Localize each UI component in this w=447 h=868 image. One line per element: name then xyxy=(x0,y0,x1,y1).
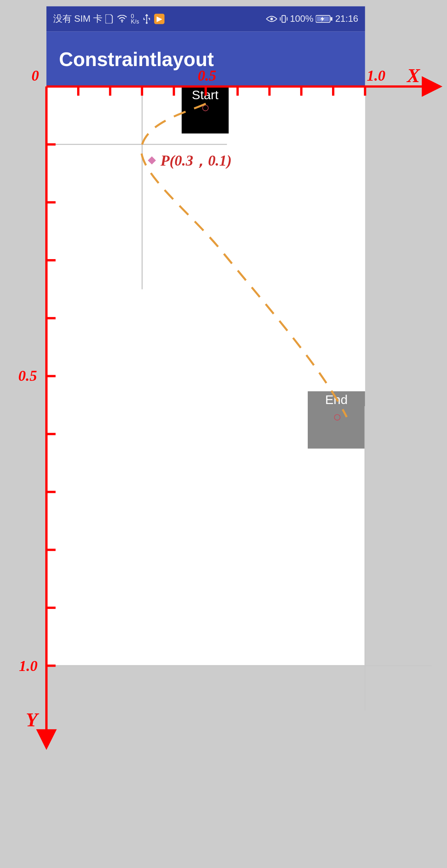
axis-y-name: Y xyxy=(26,709,37,731)
battery-icon xyxy=(316,15,333,23)
eye-icon xyxy=(266,15,277,23)
end-block[interactable]: End xyxy=(308,391,365,449)
axis-x-name: X xyxy=(407,65,420,86)
svg-point-0 xyxy=(121,21,123,22)
p-label: P(0.3，0.1) xyxy=(160,151,231,171)
vibrate-icon xyxy=(280,14,287,24)
end-anchor-dot xyxy=(334,414,341,421)
svg-rect-5 xyxy=(331,17,332,21)
status-time: 21:16 xyxy=(335,14,358,24)
axis-x-one: 1.0 xyxy=(367,67,385,85)
end-label: End xyxy=(325,393,348,407)
status-battery-pct: 100% xyxy=(290,14,313,24)
motion-canvas: Start End xyxy=(46,86,365,666)
svg-rect-3 xyxy=(282,15,286,22)
axis-x-half: 0.5 xyxy=(198,67,216,85)
svg-point-1 xyxy=(146,22,147,24)
svg-point-2 xyxy=(270,17,273,20)
usb-icon xyxy=(142,14,150,24)
axis-y-one: 1.0 xyxy=(19,658,37,675)
media-app-icon: ▶ xyxy=(154,14,164,24)
status-bar: 没有 SIM 卡 0 K/s ▶ xyxy=(46,6,365,32)
start-anchor-dot xyxy=(202,105,209,111)
status-sim: 没有 SIM 卡 xyxy=(53,13,102,25)
axis-y-half: 0.5 xyxy=(18,368,37,385)
start-block[interactable]: Start xyxy=(182,86,229,133)
phone-frame: 没有 SIM 卡 0 K/s ▶ xyxy=(46,6,365,666)
status-speed-unit: K/s xyxy=(131,19,139,24)
sim-icon xyxy=(106,14,114,24)
axis-origin: 0 xyxy=(31,67,39,85)
wifi-icon xyxy=(117,15,127,23)
start-label: Start xyxy=(192,88,219,102)
app-title: Constraintlayout xyxy=(59,48,214,70)
